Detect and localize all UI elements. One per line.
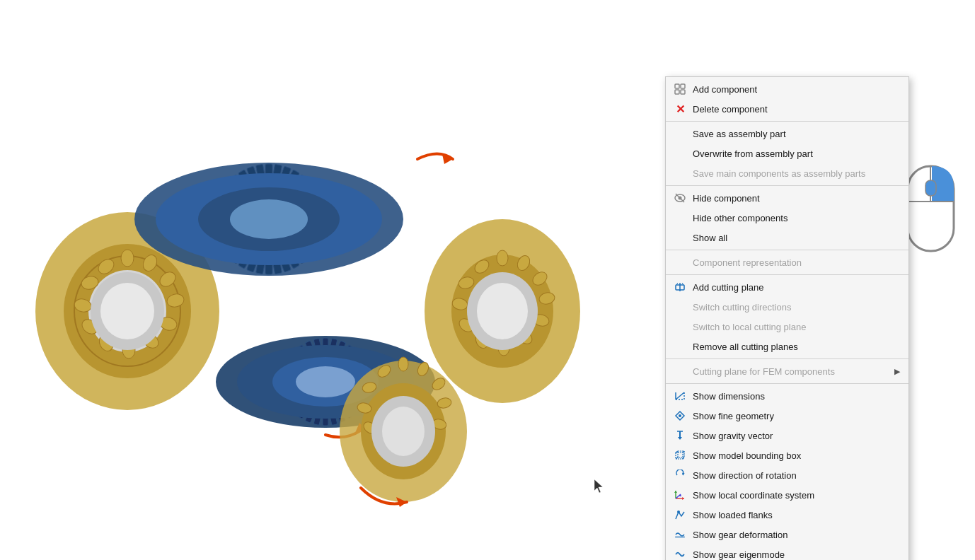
- svg-point-108: [296, 366, 355, 397]
- show-all-item[interactable]: Show all: [666, 228, 908, 247]
- svg-rect-166: [675, 536, 685, 538]
- remove-cutting-label: Remove all cutting planes: [693, 342, 900, 352]
- show-bounding-box-label: Show model bounding box: [693, 450, 900, 461]
- svg-point-74: [230, 199, 308, 239]
- context-menu: Add component ✕ Delete component Save as…: [665, 76, 909, 560]
- mouse-icon: [901, 163, 961, 255]
- svg-marker-150: [678, 437, 682, 440]
- svg-marker-160: [682, 497, 684, 500]
- component-rep-icon: [673, 255, 687, 269]
- add-component-label: Add component: [693, 84, 900, 95]
- switch-local-cutting-item: Switch to local cutting plane: [666, 317, 908, 337]
- show-flanks-label: Show loaded flanks: [693, 510, 900, 520]
- show-coordinate-icon: [673, 488, 687, 502]
- show-gear-deformation-item[interactable]: Show gear deformation: [666, 525, 908, 544]
- show-dimensions-item[interactable]: Show dimensions: [666, 386, 908, 406]
- cutting-fem-label: Cutting plane for FEM components: [693, 366, 894, 377]
- svg-point-21: [497, 250, 508, 266]
- add-component-icon: [673, 82, 687, 96]
- show-eigenmode-icon: [673, 547, 687, 560]
- remove-all-cutting-planes-item[interactable]: Remove all cutting planes: [666, 337, 908, 356]
- show-fine-geometry-label: Show fine geometry: [693, 411, 900, 421]
- show-gravity-vector-item[interactable]: Show gravity vector: [666, 426, 908, 445]
- delete-component-label: Delete component: [693, 104, 900, 115]
- svg-marker-162: [674, 491, 677, 493]
- show-gravity-label: Show gravity vector: [693, 431, 900, 441]
- overwrite-icon: [673, 146, 687, 161]
- add-component-item[interactable]: Add component: [666, 79, 908, 99]
- show-deformation-icon: [673, 527, 687, 542]
- separator-5: [666, 358, 908, 359]
- svg-point-18: [100, 283, 154, 339]
- hide-component-label: Hide component: [693, 193, 900, 204]
- switch-local-icon: [673, 320, 687, 334]
- separator-4: [666, 274, 908, 275]
- save-assembly-part-item[interactable]: Save as assembly part: [666, 124, 908, 144]
- show-rotation-label: Show direction of rotation: [693, 470, 900, 481]
- svg-rect-134: [681, 84, 685, 88]
- cursor: [594, 479, 606, 494]
- save-assembly-label: Save as assembly part: [693, 129, 900, 139]
- overwrite-label: Overwrite from assembly part: [693, 148, 900, 159]
- delete-component-icon: ✕: [673, 102, 687, 116]
- show-dimensions-label: Show dimensions: [693, 391, 900, 402]
- svg-line-144: [676, 392, 684, 399]
- svg-point-5: [121, 250, 134, 267]
- gear-visual: [21, 35, 601, 544]
- delete-component-item[interactable]: ✕ Delete component: [666, 99, 908, 119]
- svg-point-112: [398, 357, 408, 371]
- svg-rect-136: [681, 90, 685, 94]
- show-dimensions-icon: [673, 389, 687, 403]
- separator-2: [666, 185, 908, 186]
- save-main-components-item: Save main components as assembly parts: [666, 163, 908, 183]
- svg-point-165: [677, 511, 680, 513]
- show-local-coordinate-item[interactable]: Show local coordinate system: [666, 485, 908, 505]
- cutting-fem-arrow: ▶: [894, 367, 900, 376]
- svg-rect-133: [675, 84, 679, 88]
- show-fine-geometry-item[interactable]: Show fine geometry: [666, 406, 908, 426]
- hide-component-item[interactable]: Hide component: [666, 188, 908, 208]
- add-cutting-plane-label: Add cutting plane: [693, 282, 900, 293]
- switch-cutting-directions-item: Switch cutting directions: [666, 297, 908, 317]
- switch-local-label: Switch to local cutting plane: [693, 322, 900, 332]
- show-coordinate-label: Show local coordinate system: [693, 490, 900, 501]
- add-cutting-plane-icon: [673, 280, 687, 294]
- show-model-bounding-box-item[interactable]: Show model bounding box: [666, 445, 908, 465]
- svg-marker-128: [594, 479, 603, 493]
- save-main-label: Save main components as assembly parts: [693, 168, 900, 179]
- show-deformation-label: Show gear deformation: [693, 530, 900, 540]
- show-all-icon: [673, 231, 687, 245]
- component-rep-label: Component representation: [693, 257, 900, 268]
- show-flanks-icon: [673, 508, 687, 522]
- hide-component-icon: [673, 191, 687, 205]
- add-cutting-plane-item[interactable]: Add cutting plane: [666, 277, 908, 297]
- svg-point-148: [679, 414, 681, 417]
- show-gear-eigenmode-item[interactable]: Show gear eigenmode: [666, 544, 908, 560]
- show-fine-geometry-icon: [673, 409, 687, 423]
- save-main-icon: [673, 166, 687, 180]
- switch-cutting-label: Switch cutting directions: [693, 302, 900, 313]
- svg-point-125: [382, 407, 425, 456]
- separator-1: [666, 121, 908, 122]
- switch-cutting-icon: [673, 300, 687, 314]
- hide-other-components-item[interactable]: Hide other components: [666, 208, 908, 228]
- remove-cutting-icon: [673, 339, 687, 354]
- show-loaded-flanks-item[interactable]: Show loaded flanks: [666, 505, 908, 525]
- show-all-label: Show all: [693, 233, 900, 243]
- separator-3: [666, 250, 908, 250]
- show-direction-rotation-item[interactable]: Show direction of rotation: [666, 465, 908, 485]
- separator-6: [666, 383, 908, 384]
- svg-rect-135: [675, 90, 679, 94]
- svg-point-34: [477, 283, 528, 339]
- overwrite-assembly-part-item[interactable]: Overwrite from assembly part: [666, 144, 908, 163]
- component-representation-item: Component representation: [666, 252, 908, 272]
- hide-other-label: Hide other components: [693, 213, 900, 223]
- cutting-plane-fem-item: Cutting plane for FEM components ▶: [666, 361, 908, 381]
- show-rotation-icon: [673, 468, 687, 482]
- svg-rect-132: [925, 180, 936, 196]
- hide-other-icon: [673, 211, 687, 225]
- show-bounding-box-icon: [673, 448, 687, 462]
- show-eigenmode-label: Show gear eigenmode: [693, 549, 900, 560]
- save-assembly-icon: [673, 127, 687, 141]
- cutting-fem-icon: [673, 364, 687, 378]
